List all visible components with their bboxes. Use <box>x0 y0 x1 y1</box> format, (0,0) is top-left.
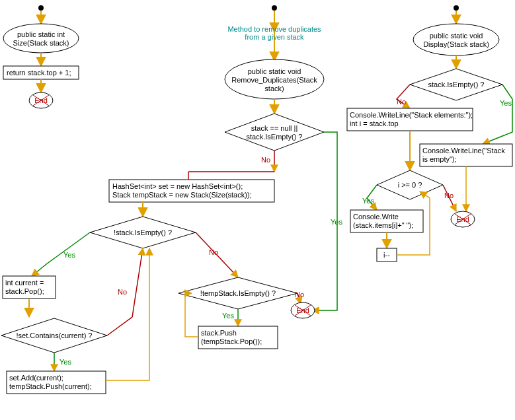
flowchart-canvas <box>0 0 515 420</box>
rd-assign <box>3 276 56 298</box>
rd-null-yes: Yes <box>331 218 342 226</box>
display-i-yes: Yes <box>362 197 374 205</box>
rd-end <box>291 302 315 318</box>
display-cond-i <box>377 170 443 199</box>
rd-contains-yes: Yes <box>59 358 71 366</box>
display-cond-empty <box>410 69 502 100</box>
size-return <box>3 66 79 79</box>
rd-cond-null <box>225 114 324 151</box>
rd-add-push <box>7 371 106 394</box>
entry-dot <box>38 5 44 11</box>
rd-init <box>109 180 274 202</box>
display-write <box>350 210 423 232</box>
display-i-no: No <box>444 192 454 199</box>
rd-empty-yes: Yes <box>63 251 75 259</box>
size-end <box>29 92 53 108</box>
display-decrement <box>377 248 397 262</box>
rd-null-no: No <box>261 156 270 164</box>
rd-contains-no: No <box>118 288 127 296</box>
rd-cond-contains <box>1 318 107 353</box>
entry-dot <box>272 5 277 11</box>
rd-temp-yes: Yes <box>222 312 234 320</box>
display-empty-yes: Yes <box>500 99 512 107</box>
rd-cond-empty <box>90 217 196 248</box>
rd-start <box>225 59 324 99</box>
rd-empty-no: No <box>209 248 218 256</box>
entry-dot <box>454 5 459 11</box>
display-header <box>347 108 473 131</box>
rd-temp-no: No <box>295 291 304 298</box>
rd-annotation: Method to remove duplicates from a given… <box>212 25 337 41</box>
display-print-empty <box>420 144 512 166</box>
size-start <box>3 24 79 53</box>
rd-cond-temp <box>178 277 297 309</box>
display-end <box>451 211 475 227</box>
display-start <box>413 24 499 55</box>
rd-push-back <box>198 326 278 349</box>
svg-line-10 <box>143 202 188 218</box>
display-empty-no: No <box>397 98 406 106</box>
